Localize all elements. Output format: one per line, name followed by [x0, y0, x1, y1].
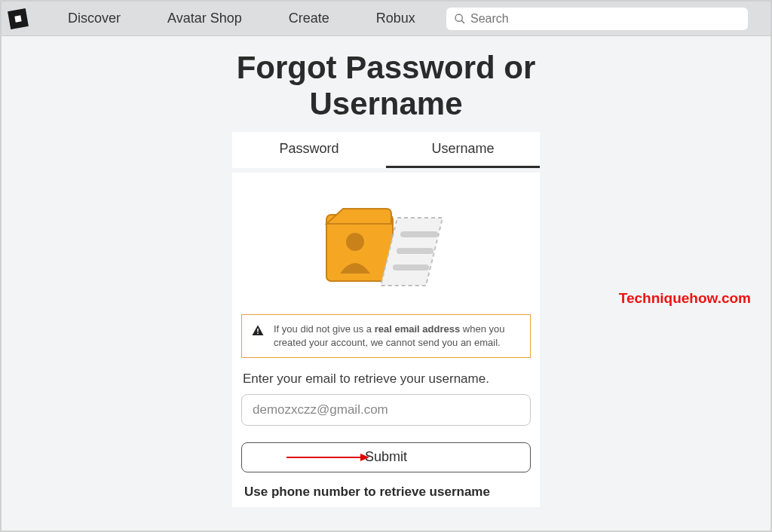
warning-alert: If you did not give us a real email addr…	[241, 314, 531, 358]
email-field[interactable]	[241, 394, 531, 426]
tab-username[interactable]: Username	[386, 132, 540, 168]
search-box[interactable]	[446, 8, 748, 30]
tab-password[interactable]: Password	[232, 132, 386, 168]
svg-rect-7	[257, 329, 259, 332]
tabs: Password Username	[232, 132, 540, 168]
svg-point-0	[455, 14, 462, 21]
instruction-text: Enter your email to retrieve your userna…	[243, 371, 529, 387]
search-input[interactable]	[470, 12, 740, 26]
watermark-text: Techniquehow.com	[619, 290, 751, 307]
id-card-illustration	[241, 186, 531, 314]
warning-icon	[251, 324, 265, 338]
top-nav: Discover Avatar Shop Create Robux	[2, 2, 770, 36]
warning-text: If you did not give us a real email addr…	[274, 323, 521, 350]
use-phone-link[interactable]: Use phone number to retrieve username	[244, 485, 528, 500]
nav-avatar-shop[interactable]: Avatar Shop	[146, 11, 263, 26]
page-title: Forgot Password or Username	[160, 50, 612, 123]
search-icon	[454, 13, 466, 25]
forgot-card: Password Username	[232, 132, 540, 507]
nav-create[interactable]: Create	[268, 11, 351, 26]
svg-line-1	[461, 20, 464, 23]
svg-point-3	[346, 233, 364, 251]
submit-button[interactable]: Submit	[241, 442, 531, 472]
nav-discover[interactable]: Discover	[47, 11, 142, 26]
nav-robux[interactable]: Robux	[355, 11, 437, 26]
panel: If you did not give us a real email addr…	[232, 173, 540, 507]
logo-icon[interactable]	[8, 8, 29, 29]
svg-rect-8	[257, 332, 259, 334]
